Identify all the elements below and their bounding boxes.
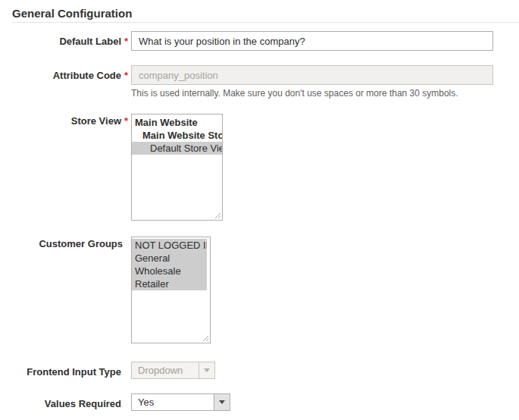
resize-handle-icon[interactable]: [214, 212, 221, 219]
option-default-store-view[interactable]: Default Store View: [132, 142, 222, 155]
field-row-default-label: Default Label *: [0, 31, 519, 51]
field-row-attribute-code: Attribute Code * This is used internally…: [0, 65, 519, 99]
resize-handle-icon[interactable]: [202, 334, 209, 342]
customer-groups-label: Customer Groups: [0, 237, 131, 249]
option-general[interactable]: General: [132, 252, 207, 265]
select-value: Dropdown: [132, 362, 199, 378]
option-not-logged-in[interactable]: NOT LOGGED IN: [132, 239, 207, 252]
attribute-code-input: [131, 65, 493, 85]
chevron-down-icon: [204, 368, 210, 372]
chevron-down-icon: [219, 400, 225, 404]
required-asterisk: *: [124, 115, 131, 127]
frontend-input-type-select: Dropdown: [131, 362, 215, 379]
section-divider: [12, 22, 519, 23]
select-value: Yes: [132, 394, 214, 410]
customer-groups-multiselect[interactable]: NOT LOGGED IN General Wholesale Retailer: [131, 237, 211, 343]
field-label-text: Frontend Input Type: [27, 366, 121, 378]
option-main-website-store[interactable]: Main Website Store: [132, 129, 222, 142]
default-label-label: Default Label *: [0, 31, 131, 47]
attribute-code-label: Attribute Code *: [0, 65, 131, 81]
field-label-text: Default Label: [59, 36, 121, 47]
field-label-text: Store View: [71, 115, 121, 127]
option-wholesale[interactable]: Wholesale: [132, 265, 207, 277]
asterisk-spacer: [124, 398, 131, 409]
select-arrow-area: [199, 362, 214, 378]
page-title: General Configuration: [0, 0, 519, 21]
general-configuration-panel: General Configuration Default Label * At…: [0, 0, 519, 420]
option-retailer[interactable]: Retailer: [132, 277, 207, 290]
field-label-text: Values Required: [45, 398, 121, 409]
field-row-frontend-input-type: Frontend Input Type Dropdown: [0, 362, 519, 379]
default-label-input[interactable]: [131, 31, 493, 51]
store-view-multiselect[interactable]: Main Website Main Website Store Default …: [131, 114, 223, 221]
option-main-website[interactable]: Main Website: [132, 116, 222, 129]
values-required-label: Values Required: [0, 393, 131, 409]
required-asterisk: *: [124, 70, 131, 81]
field-row-customer-groups: Customer Groups NOT LOGGED IN General Wh…: [0, 237, 519, 343]
field-row-values-required: Values Required Yes: [0, 393, 519, 411]
values-required-select[interactable]: Yes: [131, 393, 230, 411]
field-label-text: Customer Groups: [39, 238, 123, 249]
attribute-code-note: This is used internally. Make sure you d…: [131, 88, 493, 99]
frontend-input-type-label: Frontend Input Type: [0, 362, 131, 378]
store-view-label: Store View *: [0, 114, 131, 127]
field-row-store-view: Store View * Main Website Main Website S…: [0, 114, 519, 221]
asterisk-spacer: [124, 366, 131, 378]
field-label-text: Attribute Code: [53, 70, 121, 81]
attribute-code-control: This is used internally. Make sure you d…: [131, 65, 493, 99]
required-asterisk: *: [124, 36, 131, 47]
select-arrow-area[interactable]: [214, 394, 230, 410]
